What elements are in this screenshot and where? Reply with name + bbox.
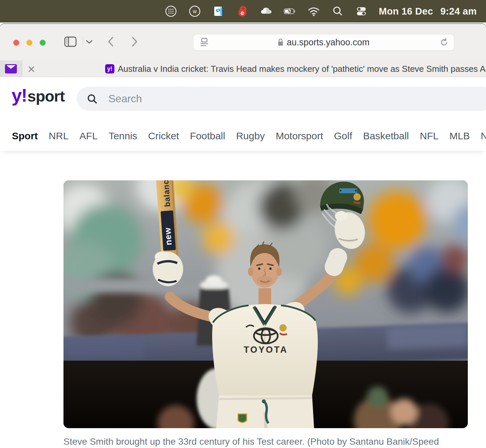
svg-text:w: w [192, 9, 197, 14]
launchpad-icon[interactable] [165, 5, 177, 18]
nav-item-mlb[interactable]: MLB [449, 130, 470, 142]
site-header: y! sport [0, 77, 486, 121]
svg-text:balance: balance [161, 180, 172, 207]
image-caption: Steve Smith brought up the 33rd century … [63, 434, 473, 448]
wifi-icon[interactable] [307, 5, 320, 18]
sidebar-chevron-down-icon[interactable] [83, 34, 95, 49]
mail-icon [4, 64, 18, 74]
nav-item-nrl[interactable]: NRL [49, 130, 68, 142]
drive-app-icon[interactable] [212, 5, 225, 18]
url-text: au.sports.yahoo.com [287, 37, 370, 48]
menu-bar-clock[interactable]: 9:24 am [440, 6, 477, 17]
control-center-icon[interactable] [355, 5, 368, 18]
spotlight-search-icon[interactable] [331, 5, 344, 18]
nav-item-rugby[interactable]: Rugby [236, 130, 265, 142]
nav-item-afl[interactable]: AFL [79, 130, 98, 142]
nav-item-cricket[interactable]: Cricket [148, 130, 179, 142]
nav-item-sport[interactable]: Sport [12, 130, 38, 142]
w-app-icon[interactable]: w [188, 5, 201, 18]
sidebar-toggle-button[interactable] [63, 34, 78, 49]
forward-button[interactable] [127, 34, 142, 49]
toolbar-divider [83, 37, 83, 47]
yahoo-sport-logo[interactable]: y! sport [12, 84, 64, 106]
yahoo-favicon: y! [105, 64, 114, 73]
nav-item-tennis[interactable]: Tennis [108, 130, 137, 142]
tab-title: Australia v India cricket: Travis Head m… [118, 61, 486, 77]
logo-sport-text: sport [27, 87, 65, 105]
macos-menu-bar: w e Mon 16 Dec 9:24 a [0, 0, 486, 22]
nav-item-nfl[interactable]: NFL [420, 130, 439, 142]
nav-item-nhl[interactable]: NHL [481, 130, 486, 142]
screenshot-root: w e Mon 16 Dec 9:24 a [0, 0, 486, 448]
search-bar[interactable] [77, 87, 486, 111]
nav-item-motorsport[interactable]: Motorsport [276, 130, 323, 142]
stand-balcony-rail [63, 278, 219, 293]
privacy-lock-app-icon[interactable]: e [236, 5, 249, 18]
nav-item-golf[interactable]: Golf [334, 130, 352, 142]
yahoo-sport-page: y! sport Sport NRL AFL Tennis Cricket Fo… [0, 77, 486, 448]
svg-text:e: e [240, 9, 244, 16]
svg-text:new: new [162, 227, 174, 246]
menu-bar-date[interactable]: Mon 16 Dec [379, 6, 433, 17]
player-pants [216, 395, 314, 428]
tab-bar: y! Australia v India cricket: Travis Hea… [0, 61, 486, 77]
browser-toolbar: au.sports.yahoo.com [0, 24, 486, 61]
cloud-icon[interactable] [260, 5, 272, 18]
zoom-window-button[interactable] [40, 40, 46, 46]
nav-item-football[interactable]: Football [190, 130, 225, 142]
article-hero-image: balance new [63, 180, 468, 428]
active-tab[interactable]: y! Australia v India cricket: Travis Hea… [22, 61, 486, 77]
minimize-window-button[interactable] [26, 40, 32, 46]
reload-icon[interactable] [439, 38, 449, 48]
nav-item-basketball[interactable]: Basketball [363, 130, 409, 142]
url-display: au.sports.yahoo.com [193, 37, 454, 48]
safari-window: au.sports.yahoo.com y! Australia v India… [0, 23, 486, 448]
lock-icon [278, 38, 283, 46]
logo-y-mark: y! [12, 84, 27, 106]
search-icon [87, 93, 98, 105]
svg-text:TOYOTA: TOYOTA [244, 345, 288, 355]
address-bar[interactable]: au.sports.yahoo.com [193, 34, 454, 50]
pinned-mail-tab[interactable] [0, 61, 22, 77]
close-window-button[interactable] [13, 40, 19, 46]
search-input[interactable] [108, 92, 405, 105]
back-button[interactable] [103, 34, 118, 49]
menu-bar-status-area: w e Mon 16 Dec 9:24 a [165, 0, 477, 22]
battery-charging-icon[interactable] [284, 5, 296, 18]
sport-nav: Sport NRL AFL Tennis Cricket Football Ru… [0, 121, 486, 151]
